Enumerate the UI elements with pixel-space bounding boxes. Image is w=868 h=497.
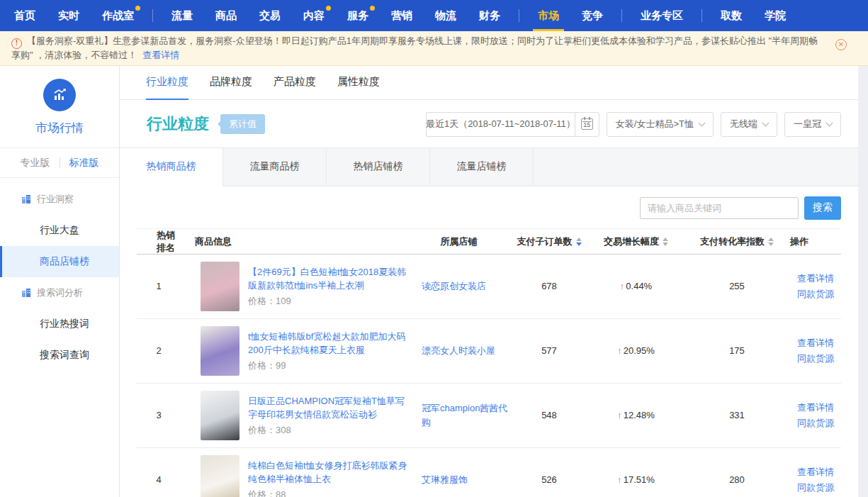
search-input[interactable] <box>640 197 799 219</box>
top-nav: 首页 实时 作战室 流量 商品 交易 内容 <box>0 0 868 31</box>
nav-item[interactable]: 竞争 <box>570 0 614 31</box>
same-source-link[interactable]: 同款货源 <box>797 351 834 366</box>
nav-item[interactable]: 流量 <box>160 0 204 31</box>
nav-item[interactable]: 取数 <box>709 0 753 31</box>
sidebar-item[interactable]: 行业大盘 <box>0 215 119 246</box>
nav-item[interactable]: 财务 <box>468 0 512 31</box>
nav-item[interactable]: 交易 <box>248 0 292 31</box>
nav-items: 首页 实时 作战室 流量 商品 交易 内容 <box>3 0 797 31</box>
nav-item-label: 取数 <box>721 9 742 23</box>
shop-cell: 漂亮女人时装小屋 <box>407 344 510 358</box>
nav-item[interactable]: 市场 <box>526 0 570 31</box>
orders-cell: 548 <box>510 410 588 420</box>
product-cell: 日版正品CHAMPION冠军短袖T恤草写字母印花男女情侣款宽松运动衫 价格：30… <box>181 391 407 440</box>
product-price: 价格：88 <box>248 488 407 497</box>
product-title-link[interactable]: t恤女短袖韩版bf宽松超大款加肥加大码200斤中长款纯棉夏天上衣服 <box>248 330 407 357</box>
sort-arrows-icon[interactable] <box>576 238 582 246</box>
market-chart-icon <box>43 79 76 111</box>
growth-value: 12.48% <box>624 410 655 420</box>
product-image[interactable] <box>201 326 239 376</box>
view-details-link[interactable]: 查看详情 <box>142 50 179 60</box>
product-cell: t恤女短袖韩版bf宽松超大款加肥加大码200斤中长款纯棉夏天上衣服 价格：99 <box>181 326 407 376</box>
growth-cell: ↑12.48% <box>588 410 684 420</box>
subtab-label: 流量店铺榜 <box>457 160 507 173</box>
sidebar-item[interactable]: 行业热搜词 <box>0 308 119 340</box>
category-select[interactable]: 女装/女士精品>T恤 <box>607 112 714 137</box>
same-source-link[interactable]: 同款货源 <box>797 286 834 301</box>
close-icon[interactable]: ✕ <box>835 39 847 50</box>
announcement-bar: !【服务洞察-双重礼】生意参谋新品首发，服务洞察-众望登场！即日起订购产品1年周… <box>0 31 868 66</box>
calendar-button[interactable]: 15 <box>575 112 599 137</box>
nav-item[interactable]: 首页 <box>3 0 47 31</box>
ranking-subtab[interactable]: 流量店铺榜 <box>430 147 534 186</box>
product-title-link[interactable]: 日版正品CHAMPION冠军短袖T恤草写字母印花男女情侣款宽松运动衫 <box>248 394 407 422</box>
granularity-tab[interactable]: 属性粒度 <box>337 66 380 100</box>
conversion-cell: 280 <box>684 474 790 485</box>
subtab-label: 热销店铺榜 <box>354 160 403 173</box>
nav-item[interactable]: 内容 <box>292 0 336 31</box>
product-image[interactable] <box>201 391 239 440</box>
actions-cell: 查看详情 同款货源 <box>790 271 841 301</box>
same-source-link[interactable]: 同款货源 <box>797 480 834 495</box>
divider <box>701 9 702 22</box>
shop-link[interactable]: 艾琳雅服饰 <box>422 474 468 485</box>
growth-cell: ↑0.44% <box>588 281 684 291</box>
sidebar-item-label: 搜索词查询 <box>40 349 89 362</box>
nav-item[interactable]: 实时 <box>47 0 91 31</box>
nav-item-label: 竞争 <box>582 9 603 23</box>
sort-arrows-icon[interactable] <box>768 238 774 246</box>
product-image[interactable] <box>201 455 239 497</box>
view-details-link[interactable]: 查看详情 <box>797 271 834 286</box>
rank-cell: 4 <box>137 474 181 485</box>
product-cell: 【2件69元】白色短袖t恤女2018夏装韩版新款韩范t恤ins半袖上衣潮 价格：… <box>181 262 407 311</box>
search-button[interactable]: 搜索 <box>804 196 841 220</box>
nav-item[interactable]: 营销 <box>380 0 424 31</box>
shop-link[interactable]: 读恋原创女装店 <box>422 281 486 291</box>
same-source-link[interactable]: 同款货源 <box>797 415 834 430</box>
view-details-link[interactable]: 查看详情 <box>797 335 834 350</box>
nav-item[interactable]: 作战室 <box>91 0 145 31</box>
ranking-subtab[interactable]: 热销店铺榜 <box>327 147 430 186</box>
page-title: 行业粒度 <box>147 113 209 135</box>
nav-item-label: 服务 <box>347 9 368 23</box>
view-details-link[interactable]: 查看详情 <box>797 400 834 415</box>
granularity-tab[interactable]: 行业粒度 <box>146 66 188 100</box>
granularity-tab[interactable]: 产品粒度 <box>274 66 316 100</box>
cumulative-value-badge: 累计值 <box>220 114 265 134</box>
version-tab[interactable]: 标准版 <box>60 157 108 168</box>
ranking-subtab[interactable]: 流量商品榜 <box>223 147 327 186</box>
sidebar-item[interactable]: 商品店铺榜 <box>0 246 119 277</box>
shop-level-select[interactable]: 一皇冠 <box>784 112 841 137</box>
sidebar-item[interactable]: 行业洞察 <box>0 184 119 215</box>
nav-item[interactable]: 业务专区 <box>629 0 694 31</box>
sort-arrows-icon[interactable] <box>663 238 668 246</box>
version-tab[interactable]: 专业版 <box>11 157 60 168</box>
sidebar-item[interactable]: 搜索词分析 <box>0 277 119 308</box>
shop-link[interactable]: 漂亮女人时装小屋 <box>422 345 495 356</box>
terminal-select[interactable]: 无线端 <box>721 112 777 137</box>
product-image[interactable] <box>201 262 239 311</box>
view-details-link[interactable]: 查看详情 <box>797 464 834 479</box>
column-header[interactable]: 交易增长幅度 <box>588 235 684 248</box>
shop-link[interactable]: 冠军champion茜茜代购 <box>422 403 507 428</box>
sidebar-item[interactable]: 搜索词查询 <box>0 340 119 371</box>
column-header-label: 商品信息 <box>195 235 232 248</box>
scrollbar-gutter[interactable] <box>858 66 868 497</box>
product-price: 价格：308 <box>248 424 407 437</box>
conversion-cell: 331 <box>684 410 790 420</box>
nav-item-label: 财务 <box>479 9 500 23</box>
nav-item-label: 业务专区 <box>641 9 683 23</box>
nav-item[interactable]: 学院 <box>753 0 797 31</box>
nav-item[interactable]: 服务 <box>336 0 380 31</box>
nav-item[interactable]: 商品 <box>204 0 248 31</box>
ranking-subtab[interactable]: 热销商品榜 <box>120 147 223 186</box>
granularity-tab[interactable]: 品牌粒度 <box>210 66 252 100</box>
product-title-link[interactable]: 纯棉白色短袖t恤女修身打底衫韩版紧身纯色棉半袖体恤上衣 <box>248 459 407 486</box>
date-range-picker[interactable]: 最近1天（2018-07-11~2018-07-11） <box>426 112 575 137</box>
product-title-link[interactable]: 【2件69元】白色短袖t恤女2018夏装韩版新款韩范t恤ins半袖上衣潮 <box>248 265 407 293</box>
up-arrow-icon: ↑ <box>617 410 622 420</box>
column-header[interactable]: 支付子订单数 <box>510 235 588 248</box>
nav-item[interactable]: 物流 <box>424 0 468 31</box>
notification-dot-icon <box>326 6 331 11</box>
column-header[interactable]: 支付转化率指数 <box>684 235 790 248</box>
